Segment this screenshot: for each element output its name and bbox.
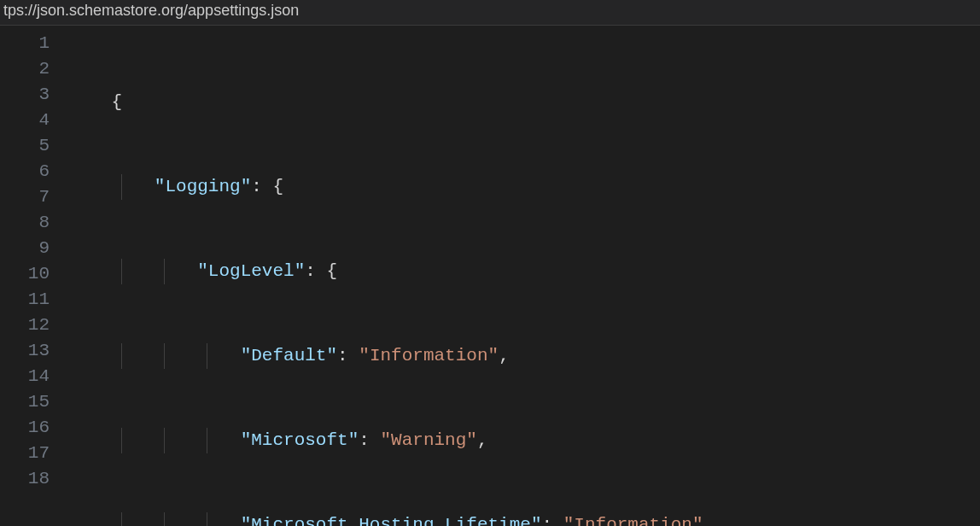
line-number: 10 xyxy=(0,261,50,287)
json-string: "Information" xyxy=(359,346,499,365)
line-number: 16 xyxy=(0,415,50,441)
line-number: 9 xyxy=(0,236,50,261)
json-string: "Information" xyxy=(563,515,703,526)
line-number: 6 xyxy=(0,159,50,184)
line-number-gutter: 1 2 3 4 5 6 7 8 9 10 11 12 13 14 15 16 1… xyxy=(0,26,68,526)
json-key: "Microsoft.Hosting.Lifetime" xyxy=(241,515,542,526)
line-number: 4 xyxy=(0,108,50,133)
line-number: 8 xyxy=(0,210,50,236)
schema-url: tps://json.schemastore.org/appsettings.j… xyxy=(3,2,299,19)
json-key: "Default" xyxy=(241,346,337,365)
code-line[interactable]: "LogLevel": { xyxy=(68,259,980,284)
line-number: 2 xyxy=(0,56,50,82)
json-key: "LogLevel" xyxy=(197,261,305,281)
code-line[interactable]: "Logging": { xyxy=(68,174,980,200)
line-number: 7 xyxy=(0,184,50,210)
line-number: 17 xyxy=(0,441,50,466)
line-number: 13 xyxy=(0,338,50,364)
line-number: 18 xyxy=(0,466,50,492)
code-line[interactable]: "Microsoft": "Warning", xyxy=(68,428,980,453)
code-line[interactable]: { xyxy=(68,90,980,115)
line-number: 15 xyxy=(0,389,50,415)
json-string: "Warning" xyxy=(381,430,477,450)
schema-bar[interactable]: tps://json.schemastore.org/appsettings.j… xyxy=(0,0,980,26)
line-number: 14 xyxy=(0,364,50,389)
code-content[interactable]: { "Logging": { "LogLevel": { "Default": … xyxy=(68,26,980,526)
code-line[interactable]: "Microsoft.Hosting.Lifetime": "Informati… xyxy=(68,512,980,526)
line-number: 3 xyxy=(0,82,50,108)
json-key: "Logging" xyxy=(155,177,251,196)
line-number: 11 xyxy=(0,287,50,313)
code-line[interactable]: "Default": "Information", xyxy=(68,343,980,369)
brace-open: { xyxy=(111,92,122,112)
json-key: "Microsoft" xyxy=(241,430,359,450)
code-area[interactable]: 1 2 3 4 5 6 7 8 9 10 11 12 13 14 15 16 1… xyxy=(0,26,980,526)
line-number: 1 xyxy=(0,31,50,56)
line-number: 5 xyxy=(0,133,50,159)
line-number: 12 xyxy=(0,313,50,338)
code-editor: tps://json.schemastore.org/appsettings.j… xyxy=(0,0,980,526)
